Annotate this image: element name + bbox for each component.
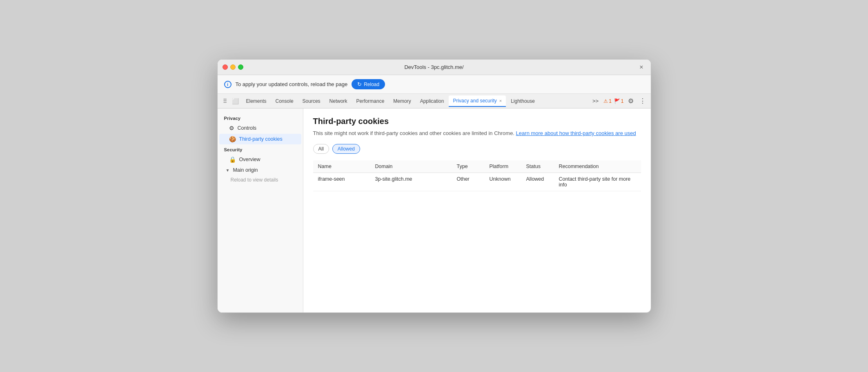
col-header-platform: Platform [485,160,521,173]
minimize-button[interactable] [230,64,236,70]
warning-count: 1 [609,98,612,104]
sidebar-item-controls[interactable]: ⚙ Controls [219,123,301,133]
sidebar-item-third-party-cookies[interactable]: 🍪 Third-party cookies [219,134,301,144]
col-header-recommendation: Recommendation [554,160,641,173]
cell-type: Other [452,173,485,191]
info-icon: i [224,81,231,88]
privacy-section-title: Privacy [218,113,303,122]
flag-badge: 🚩 1 [614,98,624,104]
sidebar-reload-details: Reload to view details [218,175,303,184]
col-header-type: Type [452,160,485,173]
more-options-icon[interactable]: ⋮ [638,96,648,106]
flag-count: 1 [621,98,624,104]
page-description: This site might not work if third-party … [313,129,641,137]
tab-application[interactable]: Application [416,96,448,106]
filter-allowed-button[interactable]: Allowed [332,144,360,154]
page-title: Third-party cookies [313,117,641,126]
banner-message: To apply your updated controls, reload t… [236,81,348,87]
expand-arrow-icon: ▼ [226,168,230,173]
tab-memory[interactable]: Memory [389,96,415,106]
sidebar-cookies-label: Third-party cookies [239,136,283,142]
lock-icon: 🔒 [229,156,236,163]
tab-performance[interactable]: Performance [352,96,389,106]
sidebar-overview-label: Overview [239,157,260,162]
controls-icon: ⚙ [229,125,234,131]
col-header-status: Status [521,160,554,173]
cell-status: Allowed [521,173,554,191]
content-area: Privacy ⚙ Controls 🍪 Third-party cookies… [218,108,651,312]
reload-label: Reload [364,82,379,87]
tab-lighthouse[interactable]: Lighthouse [507,96,539,106]
sidebar: Privacy ⚙ Controls 🍪 Third-party cookies… [218,108,303,312]
settings-icon[interactable]: ⚙ [626,96,635,106]
security-section-title: Security [218,145,303,154]
window-close-icon[interactable]: × [637,63,645,72]
reload-banner: i To apply your updated controls, reload… [218,75,651,94]
window-title: DevTools - 3pc.glitch.me/ [404,64,463,70]
filter-all-button[interactable]: All [313,144,329,154]
tabs-bar: ⠿ ⬜ Elements Console Sources Network Per… [218,94,651,108]
tabs-right-controls: >> ⚠ 1 🚩 1 ⚙ ⋮ [590,96,648,106]
cell-platform: Unknown [485,173,521,191]
table-row[interactable]: iframe-seen3p-site.glitch.meOtherUnknown… [313,173,641,191]
tab-elements[interactable]: Elements [242,96,271,106]
more-tabs-button[interactable]: >> [590,97,601,105]
sidebar-main-origin-label: Main origin [233,167,258,173]
main-content: Third-party cookies This site might not … [303,108,651,312]
sidebar-item-overview[interactable]: 🔒 Overview [219,154,301,165]
sidebar-controls-label: Controls [238,125,257,131]
tab-privacy[interactable]: Privacy and security × [449,95,506,107]
warning-badge: ⚠ 1 [603,98,612,104]
close-button[interactable] [223,64,228,70]
maximize-button[interactable] [238,64,243,70]
tab-close-icon[interactable]: × [499,98,502,103]
tab-network[interactable]: Network [325,96,352,106]
devtools-select-icon[interactable]: ⠿ [221,97,229,105]
tab-sources[interactable]: Sources [298,96,325,106]
tab-console[interactable]: Console [272,96,298,106]
devtools-window: DevTools - 3pc.glitch.me/ × i To apply y… [217,59,651,313]
cell-recommendation: Contact third-party site for more info [554,173,641,191]
learn-more-link[interactable]: Learn more about how third-party cookies… [516,130,636,136]
titlebar: DevTools - 3pc.glitch.me/ × [218,60,651,75]
description-text: This site might not work if third-party … [313,130,514,136]
cookies-table: Name Domain Type Platform Status [313,160,641,191]
devtools-toggle-icon[interactable]: ⬜ [231,97,240,105]
reload-arrow-icon: ↻ [357,81,362,87]
cell-name: iframe-seen [313,173,370,191]
traffic-lights [223,64,243,70]
cell-domain: 3p-site.glitch.me [370,173,452,191]
col-header-name: Name [313,160,370,173]
col-header-domain: Domain [370,160,452,173]
sidebar-item-main-origin[interactable]: ▼ Main origin [219,165,301,175]
filter-buttons: All Allowed [313,144,641,154]
table-header-row: Name Domain Type Platform Status [313,160,641,173]
reload-button[interactable]: ↻ Reload [352,79,385,89]
cookies-icon: 🍪 [229,136,236,142]
